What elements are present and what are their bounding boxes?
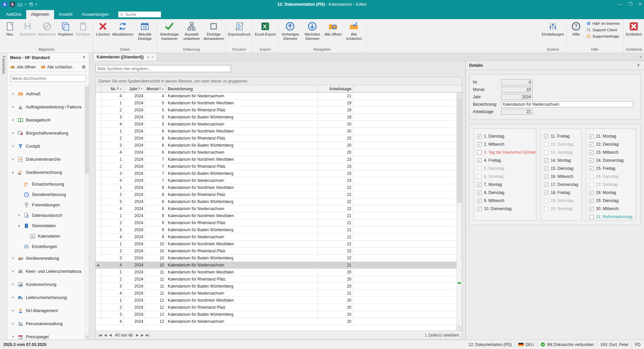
next-group-button[interactable]: ▶ bbox=[141, 333, 144, 337]
checkbox-checked-icon[interactable] bbox=[589, 207, 594, 211]
sidebar-item-einsatzerfassung[interactable]: Einsatzerfassung bbox=[7, 179, 85, 189]
day-checkbox-7-montag[interactable]: 7. Montag bbox=[477, 181, 533, 189]
checkbox-checked-icon[interactable] bbox=[477, 183, 482, 187]
scroll-down-icon[interactable]: ▼ bbox=[85, 335, 89, 340]
support-client-button[interactable]: Support Client bbox=[586, 28, 620, 32]
checkbox-unchecked-icon[interactable] bbox=[544, 142, 548, 147]
hilfe-button[interactable]: ?Hilfe bbox=[567, 20, 585, 37]
einstellungen-button[interactable]: Einstellungen bbox=[541, 20, 565, 37]
eintraege-demarkieren-button[interactable]: Einträge demarkieren bbox=[203, 20, 225, 41]
chevron-right-icon[interactable]: > bbox=[11, 157, 15, 161]
table-row[interactable]: 420245Kalendarium für Niedersachsen20 bbox=[96, 121, 462, 128]
prev-group-button[interactable]: ◀ bbox=[104, 333, 107, 337]
day-checkbox-5-samstag[interactable]: 5. Samstag bbox=[477, 164, 533, 172]
close-window-button[interactable]: ✕ bbox=[638, 2, 642, 7]
table-row[interactable]: 120247Kalendarium für Nordrhein Westfale… bbox=[96, 156, 462, 163]
table-row[interactable]: 220245Kalendarium für Rheinland Pfalz19 bbox=[96, 107, 462, 114]
sidebar-splitter[interactable] bbox=[89, 53, 92, 340]
header-nr[interactable]: Nr.3▲ bbox=[102, 85, 124, 92]
pin-icon[interactable] bbox=[636, 63, 641, 68]
ribbon-collapse-icon[interactable]: ˄ bbox=[640, 48, 642, 52]
day-checkbox-25-freitag[interactable]: 25. Freitag bbox=[589, 164, 633, 172]
table-row[interactable]: 2202412Kalendarium für Rheinland Pfalz20 bbox=[96, 304, 462, 311]
table-row[interactable]: 420247Kalendarium für Niedersachsen23 bbox=[96, 177, 462, 184]
checkbox-checked-icon[interactable] bbox=[589, 134, 594, 139]
bezeichnung-field[interactable]: Kalendarium für Niedersachsen bbox=[501, 101, 633, 107]
table-row[interactable]: 3202410Kalendarium für Baden Württemberg… bbox=[96, 255, 462, 262]
day-checkbox-24-donnerstag[interactable]: 24. Donnerstag bbox=[589, 156, 633, 164]
chevron-right-icon[interactable]: > bbox=[11, 144, 15, 148]
checkbox-unchecked-icon[interactable] bbox=[544, 207, 548, 211]
prev-page-button[interactable]: ◀ bbox=[109, 333, 112, 337]
close-all-button[interactable]: Alle schließen bbox=[41, 64, 72, 69]
minimize-button[interactable]: — bbox=[618, 2, 622, 7]
sidebar-item-stammdaten[interactable]: ∨Stammdaten bbox=[7, 220, 85, 231]
day-checkbox-10-donnerstag[interactable]: 10. Donnerstag bbox=[477, 205, 533, 213]
maximize-button[interactable]: ❐ bbox=[628, 2, 632, 7]
scroll-up-icon[interactable]: ▲ bbox=[457, 93, 462, 98]
table-row[interactable]: 220248Kalendarium für Rheinland Pfalz22 bbox=[96, 191, 462, 198]
table-row[interactable]: 3202412Kalendarium für Baden Württemberg… bbox=[96, 311, 462, 318]
alle-schliessen-button[interactable]: Alle schließen bbox=[343, 20, 365, 41]
table-row[interactable]: 420246Kalendarium für Niedersachsen20 bbox=[96, 149, 462, 156]
sidebar-item-dokumentenarchiv[interactable]: >Dokumentenarchiv bbox=[7, 153, 85, 166]
first-page-button[interactable]: |◀ bbox=[98, 333, 102, 337]
sidebar-item-geräteverwaltung[interactable]: >Geräteverwaltung bbox=[7, 252, 85, 265]
day-checkbox-4-freitag[interactable]: 4. Freitag bbox=[477, 156, 533, 164]
checkbox-checked-icon[interactable] bbox=[544, 166, 548, 171]
day-checkbox-23-mittwoch[interactable]: 23. Mittwoch bbox=[589, 148, 633, 156]
open-folder-icon[interactable] bbox=[17, 2, 22, 7]
table-row[interactable]: 320245Kalendarium für Baden Württemberg1… bbox=[96, 114, 462, 121]
header-monat[interactable]: Monat2▲ bbox=[145, 85, 166, 92]
app-logo-a-icon[interactable]: A bbox=[2, 2, 7, 7]
checkbox-checked-icon[interactable] bbox=[589, 199, 594, 203]
checkbox-checked-icon[interactable] bbox=[477, 158, 482, 163]
checkbox-checked-icon[interactable] bbox=[477, 134, 482, 139]
sidebar-settings-gear-icon[interactable] bbox=[81, 64, 86, 69]
table-row[interactable]: 420249Kalendarium für Niedersachsen21 bbox=[96, 234, 462, 241]
alle-oeffnen-button[interactable]: Alle öffnen bbox=[324, 20, 343, 37]
table-row[interactable]: 420248Kalendarium für Niedersachsen22 bbox=[96, 205, 462, 212]
day-checkbox-1-dienstag[interactable]: 1. Dienstag bbox=[477, 132, 533, 140]
table-row[interactable]: 1202411Kalendarium für Nordrhein Westfal… bbox=[96, 269, 462, 276]
sidebar-item-lieferscheinerfassung[interactable]: >Lieferscheinerfassung bbox=[7, 291, 85, 304]
header-arbeitstage[interactable]: Arbeitstage bbox=[318, 85, 353, 92]
sidebar-item-kalendarien[interactable]: 31Kalendarien bbox=[7, 231, 85, 241]
day-checkbox-16-mittwoch[interactable]: 16. Mittwoch bbox=[544, 172, 578, 181]
day-checkbox-22-dienstag[interactable]: 22. Dienstag bbox=[589, 140, 633, 148]
tab-auswertungen[interactable]: Auswertungen bbox=[77, 10, 113, 19]
chevron-right-icon[interactable]: > bbox=[11, 309, 15, 312]
sidebar-item-freimeldungen[interactable]: Freimeldungen bbox=[7, 200, 85, 210]
checkbox-checked-icon[interactable] bbox=[544, 134, 548, 139]
save-icon[interactable] bbox=[29, 2, 33, 7]
sidebar-item-stundenerfassung[interactable]: Stundenerfassung bbox=[7, 189, 85, 200]
favorites-strip[interactable]: Favoriten bbox=[0, 53, 7, 340]
checkbox-checked-icon[interactable] bbox=[544, 158, 548, 163]
table-row[interactable]: 120245Kalendarium für Nordrhein Westfale… bbox=[96, 100, 462, 107]
expressdruck-button[interactable]: Expressdruck bbox=[227, 20, 252, 37]
table-row[interactable]: 320248Kalendarium für Baden Württemberg2… bbox=[96, 198, 462, 205]
naechstes-element-button[interactable]: Nächstes Element bbox=[301, 20, 324, 41]
day-checkbox-15-dienstag[interactable]: 15. Dienstag bbox=[544, 164, 578, 172]
table-row[interactable]: ▶4202410Kalendarium für Niedersachsen21 bbox=[96, 262, 462, 269]
day-checkbox-26-samstag[interactable]: 26. Samstag bbox=[589, 172, 633, 181]
chevron-right-icon[interactable]: > bbox=[11, 283, 15, 286]
day-checkbox-21-montag[interactable]: 21. Montag bbox=[589, 132, 633, 140]
checkbox-checked-icon[interactable] bbox=[477, 199, 482, 203]
tab-addone[interactable]: AddOne bbox=[1, 10, 26, 19]
nr-field[interactable]: 4 bbox=[501, 79, 533, 85]
day-checkbox-6-sonntag[interactable]: 6. Sonntag bbox=[477, 172, 533, 181]
tab-close-icon[interactable]: × bbox=[151, 55, 153, 59]
checkbox-unchecked-icon[interactable] bbox=[544, 150, 548, 155]
checkbox-unchecked-icon[interactable] bbox=[544, 199, 548, 203]
table-row[interactable]: 4202411Kalendarium für Niedersachsen21 bbox=[96, 290, 462, 297]
hf-im-internet-button[interactable]: H&F im Internet bbox=[586, 21, 620, 26]
table-row[interactable]: 1202412Kalendarium für Nordrhein Westfal… bbox=[96, 297, 462, 304]
day-checkbox-30-mittwoch[interactable]: 30. Mittwoch bbox=[589, 205, 633, 213]
tab-kalendarien[interactable]: Kalendarien ([Standard]) ⇥ × bbox=[93, 53, 157, 61]
chevron-down-icon[interactable]: ∨ bbox=[17, 224, 21, 228]
scroll-down-icon[interactable]: ▼ bbox=[457, 325, 462, 331]
sidebar-item-cockpit[interactable]: >Cockpit bbox=[7, 140, 85, 153]
checkbox-unchecked-icon[interactable] bbox=[589, 215, 594, 219]
day-checkbox-14-montag[interactable]: 14. Montag bbox=[544, 156, 578, 164]
